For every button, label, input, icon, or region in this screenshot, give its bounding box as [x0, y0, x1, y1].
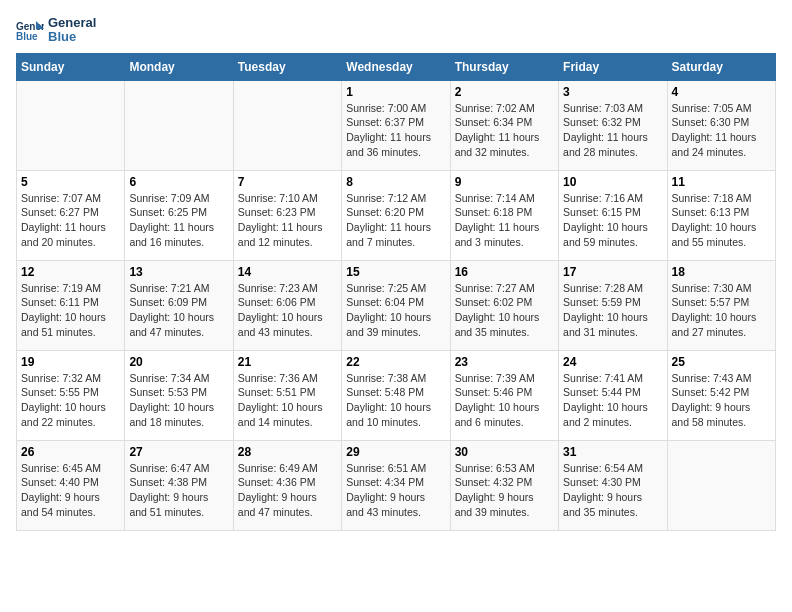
day-info: Sunrise: 6:51 AM Sunset: 4:34 PM Dayligh… [346, 461, 445, 520]
day-info: Sunrise: 6:49 AM Sunset: 4:36 PM Dayligh… [238, 461, 337, 520]
day-number: 8 [346, 175, 445, 189]
day-number: 6 [129, 175, 228, 189]
day-info: Sunrise: 7:03 AM Sunset: 6:32 PM Dayligh… [563, 101, 662, 160]
day-info: Sunrise: 7:27 AM Sunset: 6:02 PM Dayligh… [455, 281, 554, 340]
day-number: 31 [563, 445, 662, 459]
logo: General Blue General Blue [16, 16, 96, 45]
day-number: 30 [455, 445, 554, 459]
logo-icon: General Blue [16, 19, 44, 41]
day-number: 10 [563, 175, 662, 189]
day-info: Sunrise: 7:38 AM Sunset: 5:48 PM Dayligh… [346, 371, 445, 430]
day-info: Sunrise: 7:41 AM Sunset: 5:44 PM Dayligh… [563, 371, 662, 430]
calendar-cell: 23Sunrise: 7:39 AM Sunset: 5:46 PM Dayli… [450, 350, 558, 440]
day-number: 24 [563, 355, 662, 369]
day-number: 29 [346, 445, 445, 459]
calendar-week-4: 19Sunrise: 7:32 AM Sunset: 5:55 PM Dayli… [17, 350, 776, 440]
calendar-cell: 14Sunrise: 7:23 AM Sunset: 6:06 PM Dayli… [233, 260, 341, 350]
day-number: 20 [129, 355, 228, 369]
calendar-cell [17, 80, 125, 170]
day-info: Sunrise: 7:09 AM Sunset: 6:25 PM Dayligh… [129, 191, 228, 250]
header-friday: Friday [559, 53, 667, 80]
day-number: 22 [346, 355, 445, 369]
header-monday: Monday [125, 53, 233, 80]
day-number: 16 [455, 265, 554, 279]
calendar-week-5: 26Sunrise: 6:45 AM Sunset: 4:40 PM Dayli… [17, 440, 776, 530]
calendar-week-3: 12Sunrise: 7:19 AM Sunset: 6:11 PM Dayli… [17, 260, 776, 350]
day-info: Sunrise: 6:53 AM Sunset: 4:32 PM Dayligh… [455, 461, 554, 520]
day-number: 5 [21, 175, 120, 189]
calendar-cell: 18Sunrise: 7:30 AM Sunset: 5:57 PM Dayli… [667, 260, 775, 350]
calendar-cell: 21Sunrise: 7:36 AM Sunset: 5:51 PM Dayli… [233, 350, 341, 440]
day-number: 2 [455, 85, 554, 99]
calendar-cell: 10Sunrise: 7:16 AM Sunset: 6:15 PM Dayli… [559, 170, 667, 260]
day-number: 3 [563, 85, 662, 99]
day-info: Sunrise: 6:54 AM Sunset: 4:30 PM Dayligh… [563, 461, 662, 520]
day-number: 23 [455, 355, 554, 369]
day-number: 26 [21, 445, 120, 459]
calendar-cell: 31Sunrise: 6:54 AM Sunset: 4:30 PM Dayli… [559, 440, 667, 530]
day-info: Sunrise: 7:05 AM Sunset: 6:30 PM Dayligh… [672, 101, 771, 160]
day-number: 28 [238, 445, 337, 459]
calendar-cell: 16Sunrise: 7:27 AM Sunset: 6:02 PM Dayli… [450, 260, 558, 350]
calendar-cell: 9Sunrise: 7:14 AM Sunset: 6:18 PM Daylig… [450, 170, 558, 260]
day-info: Sunrise: 7:18 AM Sunset: 6:13 PM Dayligh… [672, 191, 771, 250]
calendar-cell: 28Sunrise: 6:49 AM Sunset: 4:36 PM Dayli… [233, 440, 341, 530]
calendar-table: SundayMondayTuesdayWednesdayThursdayFrid… [16, 53, 776, 531]
calendar-week-2: 5Sunrise: 7:07 AM Sunset: 6:27 PM Daylig… [17, 170, 776, 260]
header-tuesday: Tuesday [233, 53, 341, 80]
calendar-cell: 29Sunrise: 6:51 AM Sunset: 4:34 PM Dayli… [342, 440, 450, 530]
day-info: Sunrise: 7:39 AM Sunset: 5:46 PM Dayligh… [455, 371, 554, 430]
day-number: 11 [672, 175, 771, 189]
day-number: 14 [238, 265, 337, 279]
calendar-cell: 25Sunrise: 7:43 AM Sunset: 5:42 PM Dayli… [667, 350, 775, 440]
day-number: 13 [129, 265, 228, 279]
calendar-cell: 8Sunrise: 7:12 AM Sunset: 6:20 PM Daylig… [342, 170, 450, 260]
day-number: 19 [21, 355, 120, 369]
day-info: Sunrise: 7:19 AM Sunset: 6:11 PM Dayligh… [21, 281, 120, 340]
logo-blue: Blue [48, 30, 96, 44]
calendar-cell: 4Sunrise: 7:05 AM Sunset: 6:30 PM Daylig… [667, 80, 775, 170]
day-info: Sunrise: 7:28 AM Sunset: 5:59 PM Dayligh… [563, 281, 662, 340]
calendar-cell: 11Sunrise: 7:18 AM Sunset: 6:13 PM Dayli… [667, 170, 775, 260]
day-number: 21 [238, 355, 337, 369]
svg-text:Blue: Blue [16, 31, 38, 41]
day-info: Sunrise: 7:25 AM Sunset: 6:04 PM Dayligh… [346, 281, 445, 340]
calendar-cell [125, 80, 233, 170]
calendar-cell: 13Sunrise: 7:21 AM Sunset: 6:09 PM Dayli… [125, 260, 233, 350]
day-info: Sunrise: 7:21 AM Sunset: 6:09 PM Dayligh… [129, 281, 228, 340]
day-info: Sunrise: 7:02 AM Sunset: 6:34 PM Dayligh… [455, 101, 554, 160]
calendar-cell [233, 80, 341, 170]
calendar-cell: 22Sunrise: 7:38 AM Sunset: 5:48 PM Dayli… [342, 350, 450, 440]
day-number: 15 [346, 265, 445, 279]
day-number: 25 [672, 355, 771, 369]
calendar-cell: 1Sunrise: 7:00 AM Sunset: 6:37 PM Daylig… [342, 80, 450, 170]
calendar-cell: 27Sunrise: 6:47 AM Sunset: 4:38 PM Dayli… [125, 440, 233, 530]
calendar-cell: 20Sunrise: 7:34 AM Sunset: 5:53 PM Dayli… [125, 350, 233, 440]
calendar-cell: 19Sunrise: 7:32 AM Sunset: 5:55 PM Dayli… [17, 350, 125, 440]
calendar-cell [667, 440, 775, 530]
day-info: Sunrise: 6:47 AM Sunset: 4:38 PM Dayligh… [129, 461, 228, 520]
day-number: 9 [455, 175, 554, 189]
calendar-header: SundayMondayTuesdayWednesdayThursdayFrid… [17, 53, 776, 80]
calendar-cell: 24Sunrise: 7:41 AM Sunset: 5:44 PM Dayli… [559, 350, 667, 440]
day-number: 4 [672, 85, 771, 99]
day-number: 1 [346, 85, 445, 99]
calendar-cell: 26Sunrise: 6:45 AM Sunset: 4:40 PM Dayli… [17, 440, 125, 530]
day-info: Sunrise: 7:10 AM Sunset: 6:23 PM Dayligh… [238, 191, 337, 250]
calendar-cell: 5Sunrise: 7:07 AM Sunset: 6:27 PM Daylig… [17, 170, 125, 260]
day-info: Sunrise: 7:30 AM Sunset: 5:57 PM Dayligh… [672, 281, 771, 340]
day-number: 18 [672, 265, 771, 279]
day-info: Sunrise: 6:45 AM Sunset: 4:40 PM Dayligh… [21, 461, 120, 520]
day-info: Sunrise: 7:32 AM Sunset: 5:55 PM Dayligh… [21, 371, 120, 430]
calendar-cell: 17Sunrise: 7:28 AM Sunset: 5:59 PM Dayli… [559, 260, 667, 350]
calendar-cell: 7Sunrise: 7:10 AM Sunset: 6:23 PM Daylig… [233, 170, 341, 260]
header-thursday: Thursday [450, 53, 558, 80]
day-info: Sunrise: 7:14 AM Sunset: 6:18 PM Dayligh… [455, 191, 554, 250]
calendar-cell: 30Sunrise: 6:53 AM Sunset: 4:32 PM Dayli… [450, 440, 558, 530]
calendar-cell: 12Sunrise: 7:19 AM Sunset: 6:11 PM Dayli… [17, 260, 125, 350]
day-info: Sunrise: 7:43 AM Sunset: 5:42 PM Dayligh… [672, 371, 771, 430]
calendar-cell: 6Sunrise: 7:09 AM Sunset: 6:25 PM Daylig… [125, 170, 233, 260]
day-number: 7 [238, 175, 337, 189]
day-info: Sunrise: 7:00 AM Sunset: 6:37 PM Dayligh… [346, 101, 445, 160]
day-info: Sunrise: 7:34 AM Sunset: 5:53 PM Dayligh… [129, 371, 228, 430]
